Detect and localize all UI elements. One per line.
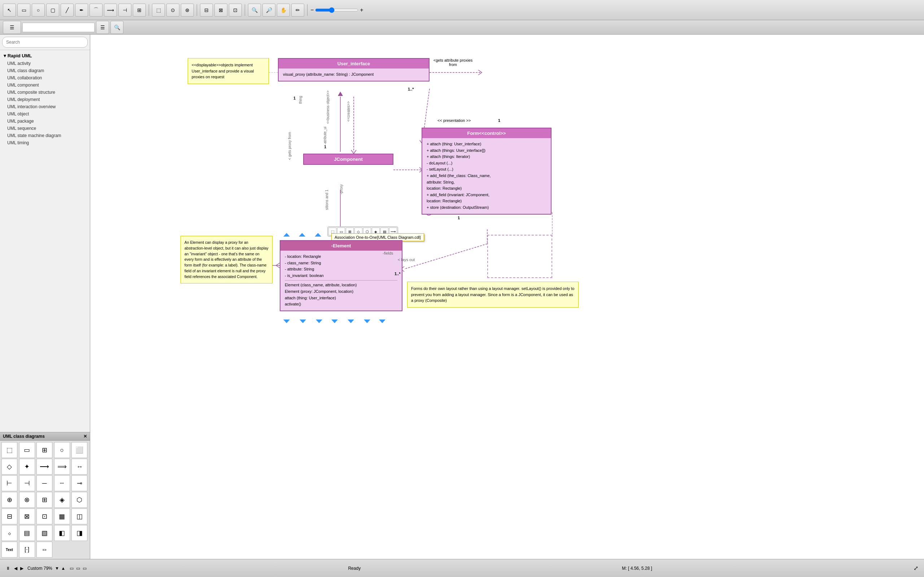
cursor-tool-btn[interactable]: ↖ — [3, 3, 16, 16]
diagram-item-0[interactable]: ⬚ — [2, 442, 17, 458]
diagram-item-9[interactable]: ↔ — [71, 459, 87, 475]
diagram-item-10[interactable]: ⊢ — [2, 475, 17, 491]
fullscreen-btn[interactable]: ⤢ — [914, 565, 918, 572]
svg-marker-30 — [364, 319, 370, 323]
line-tool-btn[interactable]: ╱ — [61, 3, 74, 16]
class-jcomponent[interactable]: JComponent — [303, 154, 393, 165]
zoom-out-icon[interactable]: − — [310, 7, 313, 13]
magic-select-btn[interactable]: ⊛ — [181, 3, 194, 16]
nav-next-btn[interactable]: ▶ — [20, 566, 23, 571]
tree-items: UML activityUML class diagramUML collabo… — [2, 60, 89, 147]
diagram-item-25[interactable]: ⬦ — [2, 525, 17, 541]
label-1-form-bottom: 1 — [458, 216, 460, 220]
points-tool-btn[interactable]: ⊞ — [133, 3, 146, 16]
diagram-item-18[interactable]: ◈ — [54, 492, 70, 508]
diagram-item-17[interactable]: ⊞ — [36, 492, 52, 508]
diagram-item-28[interactable]: ◧ — [54, 525, 70, 541]
eyedropper-btn[interactable]: ✏ — [291, 3, 304, 16]
list-view-btn[interactable]: ☰ — [96, 21, 109, 34]
lasso-btn[interactable]: ⊙ — [166, 3, 179, 16]
diagram-item-7[interactable]: ⟶ — [36, 459, 52, 475]
diagram-item-22[interactable]: ⊡ — [36, 508, 52, 524]
diagram-item-23[interactable]: ▦ — [54, 508, 70, 524]
connector-tool-btn[interactable]: ⟿ — [104, 3, 117, 16]
arc-tool-btn[interactable]: ⌒ — [89, 3, 102, 16]
search-input[interactable] — [2, 37, 88, 48]
tree-item-uml-component[interactable]: UML component — [2, 82, 89, 89]
form-method-3: - doLayout (...) — [426, 160, 546, 167]
pen-tool-btn[interactable]: ✒ — [75, 3, 88, 16]
diagram-item-19[interactable]: ⬡ — [71, 492, 87, 508]
tree-root-rapid-uml[interactable]: ▾ Rapid UML — [2, 52, 89, 60]
tree-item-uml-class-diagram[interactable]: UML class diagram — [2, 67, 89, 74]
canvas[interactable]: <<displayable>>objects implement User_in… — [90, 35, 924, 559]
diagram-item-12[interactable]: ─ — [36, 475, 52, 491]
diagram-item-5[interactable]: ◇ — [2, 459, 17, 475]
split-tool-btn[interactable]: ⊣ — [118, 3, 131, 16]
diagrams-close-icon[interactable]: ✕ — [83, 434, 87, 439]
tree-item-uml-activity[interactable]: UML activity — [2, 60, 89, 67]
tree-item-uml-deployment[interactable]: UML deployment — [2, 96, 89, 103]
diagram-item-21[interactable]: ⊠ — [19, 508, 35, 524]
diagram-item-text[interactable]: Text — [2, 542, 17, 558]
element-method-2: attach (thing: User_interface) — [285, 295, 397, 301]
pause-btn[interactable]: ⏸ — [6, 566, 10, 571]
diagram-item-bracket[interactable]: [·] — [19, 542, 35, 558]
diagram-item-11[interactable]: ⊣ — [19, 475, 35, 491]
diagram-item-code[interactable]: «» — [36, 542, 52, 558]
tree-item-uml-package[interactable]: UML package — [2, 118, 89, 125]
class-form[interactable]: Form<<control>> + attach (thing: User_in… — [422, 128, 551, 214]
diagram-item-14[interactable]: ⊸ — [71, 475, 87, 491]
diagram-item-16[interactable]: ⊗ — [19, 492, 35, 508]
diagram-item-29[interactable]: ◨ — [71, 525, 87, 541]
zoom-out-btn[interactable]: 🔎 — [262, 3, 275, 16]
tree-item-uml-sequence[interactable]: UML sequence — [2, 125, 89, 132]
class-user-interface[interactable]: User_interface visual_proxy (attribute_n… — [278, 58, 430, 82]
diagram-item-20[interactable]: ⊟ — [2, 508, 17, 524]
diagram-item-4[interactable]: ⬜ — [71, 442, 87, 458]
select-area-btn[interactable]: ⬚ — [152, 3, 165, 16]
tree-item-uml-composite-structure[interactable]: UML composite structure — [2, 89, 89, 96]
label-positions: sitions and 1 — [325, 190, 329, 210]
diagram-item-2[interactable]: ⊞ — [36, 442, 52, 458]
distribute-btn[interactable]: ⊡ — [229, 3, 242, 16]
diagram-item-24[interactable]: ◫ — [71, 508, 87, 524]
diagram-item-26[interactable]: ▤ — [19, 525, 35, 541]
diagram-item-6[interactable]: ✦ — [19, 459, 35, 475]
rectangle-tool-btn[interactable]: ▭ — [17, 3, 30, 16]
coordinates-display: M: [ 4.56, 5.28 ] — [622, 566, 652, 571]
diagram-item-3[interactable]: ○ — [54, 442, 70, 458]
view-preset-1[interactable]: ▭ — [69, 566, 74, 571]
class-form-header: Form<<control>> — [422, 128, 551, 138]
note-displayable: <<displayable>>objects implement User_in… — [188, 58, 269, 84]
hand-tool-btn[interactable]: ✋ — [277, 3, 290, 16]
menu-btn[interactable]: ☰ — [3, 21, 21, 34]
diagram-item-27[interactable]: ▧ — [36, 525, 52, 541]
tree-item-uml-object[interactable]: UML object — [2, 110, 89, 118]
tree-item-uml-state-machine-diagram[interactable]: UML state machine diagram — [2, 132, 89, 139]
align-left-btn[interactable]: ⊟ — [200, 3, 213, 16]
tree-item-uml-timing[interactable]: UML timing — [2, 139, 89, 147]
tree-item-uml-collaboration[interactable]: UML collaboration — [2, 74, 89, 82]
roundrect-tool-btn[interactable]: ▢ — [46, 3, 59, 16]
ellipse-tool-btn[interactable]: ○ — [32, 3, 45, 16]
view-preset-3[interactable]: ▭ — [82, 566, 87, 571]
search-btn[interactable]: 🔍 — [110, 21, 123, 34]
align-right-btn[interactable]: ⊠ — [215, 3, 228, 16]
diagram-item-8[interactable]: ⟹ — [54, 459, 70, 475]
svg-marker-31 — [379, 319, 386, 323]
zoom-slider[interactable] — [315, 7, 359, 13]
view-preset-2[interactable]: ▭ — [76, 566, 80, 571]
form-method-7: location: Rectangle) — [426, 185, 546, 192]
diagram-item-13[interactable]: ┄ — [54, 475, 70, 491]
diagram-item-1[interactable]: ▭ — [19, 442, 35, 458]
diagram-item-15[interactable]: ⊕ — [2, 492, 17, 508]
tree-item-uml-interaction-overview[interactable]: UML interaction overview — [2, 103, 89, 110]
zoom-in-btn[interactable]: 🔍 — [248, 3, 261, 16]
nav-prev-btn[interactable]: ◀ — [14, 566, 17, 571]
zoom-step-up-btn[interactable]: ▲ — [61, 566, 65, 571]
zoom-in-icon[interactable]: + — [360, 7, 363, 13]
zoom-step-down-btn[interactable]: ▼ — [55, 566, 59, 571]
label-thing: thing — [299, 96, 302, 104]
title-input[interactable] — [23, 23, 95, 32]
